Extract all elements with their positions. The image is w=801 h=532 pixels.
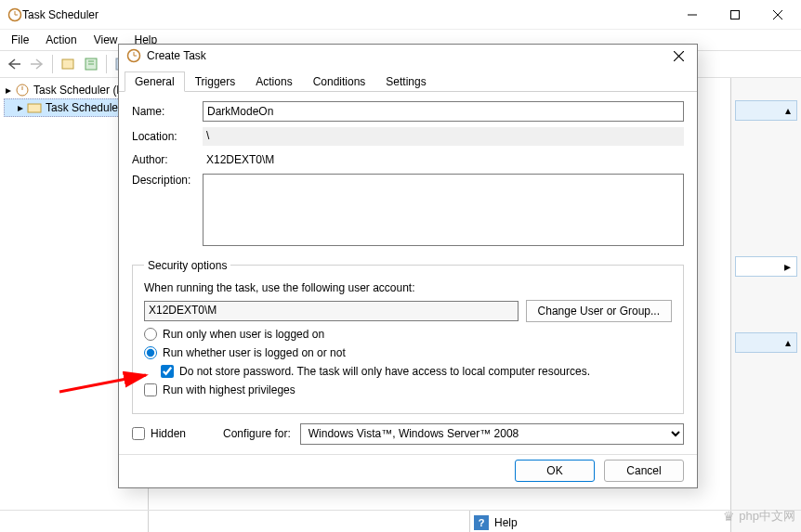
- name-input[interactable]: [203, 101, 684, 122]
- author-value: X12DEXT0\M: [203, 151, 684, 168]
- collapse-header-3[interactable]: ▴: [735, 332, 797, 353]
- ok-button[interactable]: OK: [515, 460, 595, 482]
- dialog-close-button[interactable]: [665, 45, 691, 66]
- tree-root-label: Task Scheduler (L: [33, 84, 123, 97]
- forward-button[interactable]: [27, 54, 47, 74]
- dialog-title: Create Task: [147, 49, 665, 62]
- configure-for-select[interactable]: Windows Vista™, Windows Server™ 2008: [300, 423, 684, 445]
- highest-priv-checkbox[interactable]: [144, 383, 157, 396]
- app-title: Task Scheduler: [22, 8, 671, 21]
- maximize-button[interactable]: [714, 1, 756, 29]
- menu-file[interactable]: File: [4, 32, 36, 48]
- hidden-label: Hidden: [151, 427, 186, 440]
- chevron-right-icon: ▸: [6, 84, 11, 97]
- cancel-button[interactable]: Cancel: [604, 460, 684, 482]
- collapse-header-2[interactable]: ▸: [735, 256, 797, 277]
- run-logged-on-radio[interactable]: [144, 328, 157, 341]
- toolbar-icon-1[interactable]: [58, 54, 78, 74]
- tree-child-label: Task Schedule: [46, 101, 118, 114]
- chevron-right-icon: ▸: [18, 101, 23, 114]
- run-logged-on-label: Run only when user is logged on: [163, 328, 324, 341]
- chevron-right-icon: ▸: [784, 259, 791, 274]
- security-options-group: Security options When running the task, …: [132, 259, 684, 414]
- svg-rect-4: [731, 10, 740, 19]
- help-icon: ?: [474, 515, 489, 530]
- run-logged-on-option[interactable]: Run only when user is logged on: [144, 328, 672, 341]
- do-not-store-option[interactable]: Do not store password. The task will onl…: [161, 365, 672, 378]
- hidden-option[interactable]: Hidden: [132, 427, 186, 440]
- run-whether-radio[interactable]: [144, 346, 157, 359]
- actions-pane: ▴ ▸ ▴: [730, 78, 801, 532]
- tab-conditions[interactable]: Conditions: [303, 71, 376, 92]
- svg-text:?: ?: [479, 517, 485, 528]
- create-task-dialog: Create Task General Triggers Actions Con…: [118, 44, 698, 488]
- highest-priv-label: Run with highest privileges: [163, 383, 295, 396]
- location-label: Location:: [132, 130, 203, 143]
- menu-action[interactable]: Action: [38, 32, 84, 48]
- location-value: \: [203, 127, 684, 146]
- back-button[interactable]: [4, 54, 24, 74]
- chevron-up-icon: ▴: [785, 336, 791, 349]
- main-titlebar: Task Scheduler: [0, 0, 801, 30]
- statusbar: [0, 510, 801, 532]
- run-whether-option[interactable]: Run whether user is logged on or not: [144, 346, 672, 359]
- watermark: ♛ php中文网: [723, 508, 795, 525]
- clock-icon: [126, 48, 141, 63]
- tab-actions[interactable]: Actions: [245, 71, 302, 92]
- svg-rect-17: [28, 104, 41, 112]
- dialog-titlebar: Create Task: [119, 45, 697, 68]
- do-not-store-label: Do not store password. The task will onl…: [179, 365, 590, 378]
- toolbar-icon-2[interactable]: [81, 54, 101, 74]
- app-icon: [7, 7, 22, 22]
- tab-triggers[interactable]: Triggers: [185, 71, 246, 92]
- configure-for-label: Configure for:: [223, 427, 291, 440]
- tab-settings[interactable]: Settings: [375, 71, 436, 92]
- change-user-button[interactable]: Change User or Group...: [526, 300, 672, 322]
- svg-rect-7: [62, 59, 73, 69]
- minimize-button[interactable]: [671, 1, 714, 29]
- name-label: Name:: [132, 105, 203, 118]
- highest-priv-option[interactable]: Run with highest privileges: [144, 383, 672, 396]
- watermark-text: php中文网: [739, 508, 795, 525]
- tab-general[interactable]: General: [125, 71, 185, 92]
- security-legend: Security options: [144, 259, 230, 272]
- when-running-label: When running the task, use the following…: [144, 281, 672, 294]
- description-label: Description:: [132, 174, 203, 187]
- hidden-checkbox[interactable]: [132, 427, 145, 440]
- help-label: Help: [494, 516, 518, 529]
- close-button[interactable]: [756, 1, 799, 29]
- author-label: Author:: [132, 153, 203, 166]
- help-link[interactable]: ? Help: [474, 515, 518, 530]
- clock-icon: [15, 83, 30, 97]
- chevron-up-icon: ▴: [785, 104, 791, 117]
- run-whether-label: Run whether user is logged on or not: [163, 346, 346, 359]
- folder-icon: [27, 100, 42, 115]
- user-account-field: X12DEXT0\M: [144, 301, 519, 321]
- do-not-store-checkbox[interactable]: [161, 365, 174, 378]
- watermark-icon: ♛: [723, 509, 735, 524]
- collapse-header-1[interactable]: ▴: [735, 100, 797, 121]
- tab-strip: General Triggers Actions Conditions Sett…: [119, 71, 697, 92]
- description-input[interactable]: [203, 174, 684, 246]
